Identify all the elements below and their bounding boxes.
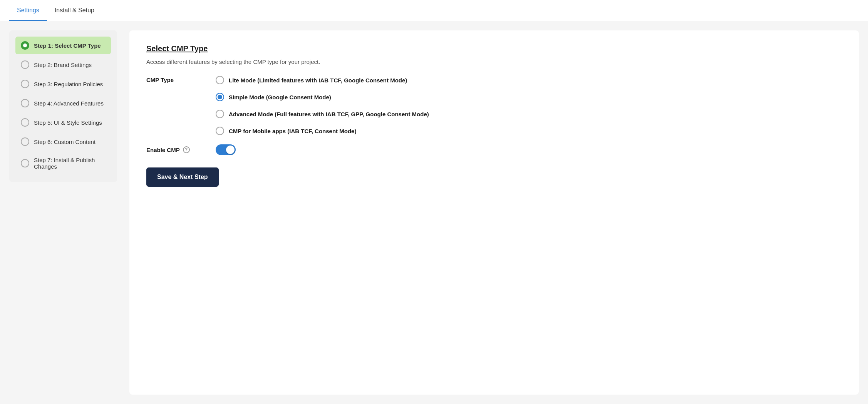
step3-circle [21,80,29,88]
sidebar-item-step3[interactable]: Step 3: Regulation Policies [15,75,111,93]
enable-cmp-label: Enable CMP [146,147,180,153]
radio-label-advanced: Advanced Mode (Full features with IAB TC… [229,111,429,117]
step6-circle [21,137,29,146]
radio-outer-lite[interactable] [216,76,224,84]
help-icon[interactable]: ? [183,146,190,153]
enable-cmp-toggle[interactable] [216,144,236,155]
sidebar-item-step7[interactable]: Step 7: Install & Publish Changes [15,152,111,174]
sidebar-item-step2[interactable]: Step 2: Brand Settings [15,56,111,74]
cmp-type-row: CMP Type Lite Mode (Limited features wit… [146,76,842,135]
step7-circle [21,159,29,167]
radio-outer-mobile[interactable] [216,127,224,135]
radio-outer-simple[interactable] [216,93,224,101]
sidebar-item-step5[interactable]: Step 5: UI & Style Settings [15,114,111,131]
step2-label: Step 2: Brand Settings [34,62,92,68]
tab-install-setup[interactable]: Install & Setup [47,0,102,21]
sidebar-item-step6[interactable]: Step 6: Custom Content [15,133,111,151]
sidebar-item-step1[interactable]: Step 1: Select CMP Type [15,37,111,54]
step5-label: Step 5: UI & Style Settings [34,119,102,126]
page-body: Step 1: Select CMP Type Step 2: Brand Se… [0,21,868,404]
save-next-step-button[interactable]: Save & Next Step [146,167,219,187]
section-title: Select CMP Type [146,44,842,53]
radio-option-lite[interactable]: Lite Mode (Limited features with IAB TCF… [216,76,429,84]
step7-label: Step 7: Install & Publish Changes [34,157,106,170]
step4-circle [21,99,29,107]
tab-settings[interactable]: Settings [9,0,47,21]
sidebar-item-step4[interactable]: Step 4: Advanced Features [15,94,111,112]
sidebar: Step 1: Select CMP Type Step 2: Brand Se… [9,30,117,182]
step2-circle [21,60,29,69]
enable-label-group: Enable CMP ? [146,146,193,153]
section-description: Access different features by selecting t… [146,59,842,65]
radio-label-mobile: CMP for Mobile apps (IAB TCF, Consent Mo… [229,128,356,134]
radio-option-simple[interactable]: Simple Mode (Google Consent Mode) [216,93,429,101]
step3-label: Step 3: Regulation Policies [34,81,103,87]
radio-inner-simple [218,95,222,99]
radio-group: Lite Mode (Limited features with IAB TCF… [216,76,429,135]
step1-label: Step 1: Select CMP Type [34,42,101,49]
radio-label-lite: Lite Mode (Limited features with IAB TCF… [229,77,407,84]
step1-circle [21,41,29,50]
enable-cmp-row: Enable CMP ? [146,144,842,155]
toggle-knob [226,146,235,154]
radio-option-advanced[interactable]: Advanced Mode (Full features with IAB TC… [216,110,429,118]
radio-label-simple: Simple Mode (Google Consent Mode) [229,94,331,100]
step4-label: Step 4: Advanced Features [34,100,104,107]
radio-option-mobile[interactable]: CMP for Mobile apps (IAB TCF, Consent Mo… [216,127,429,135]
step6-label: Step 6: Custom Content [34,139,96,145]
main-content: Select CMP Type Access different feature… [129,30,859,395]
cmp-type-label: CMP Type [146,76,193,83]
radio-outer-advanced[interactable] [216,110,224,118]
step5-circle [21,118,29,127]
tab-bar: Settings Install & Setup [0,0,868,21]
